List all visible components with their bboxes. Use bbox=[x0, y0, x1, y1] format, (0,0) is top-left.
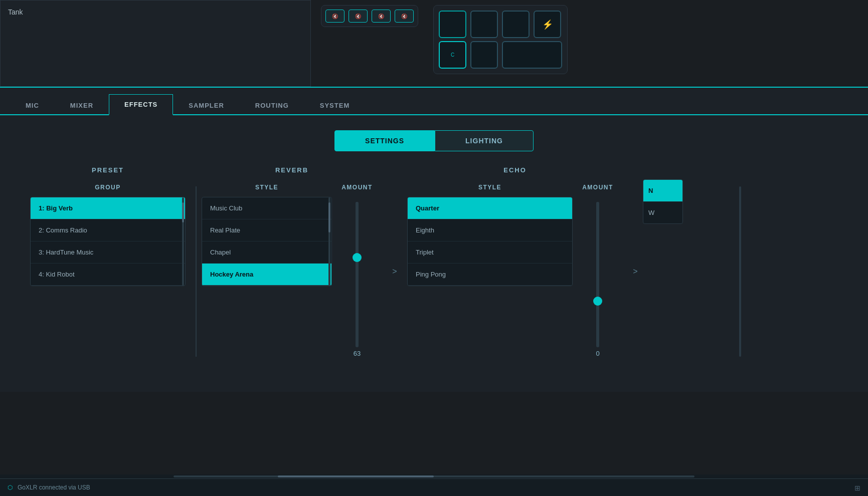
partial-right-panel: STYLE N W bbox=[643, 166, 683, 377]
device-name: Tank bbox=[8, 8, 23, 16]
reverb-style-music-club[interactable]: Music Club bbox=[202, 197, 331, 219]
echo-amount-column: AMOUNT 0 bbox=[573, 184, 623, 377]
echo-style-column: STYLE Quarter Eighth Triplet Ping Pong bbox=[407, 184, 573, 377]
scrollbar-thumb bbox=[278, 475, 434, 477]
echo-slider[interactable] bbox=[596, 202, 599, 347]
preset-item-3[interactable]: 3: HardTune Music bbox=[31, 241, 185, 264]
preset-scrollbar-thumb bbox=[182, 202, 184, 222]
echo-amount-value: 0 bbox=[596, 350, 599, 357]
reverb-slider-thumb[interactable] bbox=[353, 253, 362, 262]
settings-toggle-button[interactable]: SETTINGS bbox=[334, 130, 435, 151]
grid-icon: ⊞ bbox=[854, 484, 860, 492]
reverb-inner: STYLE Music Club Real Plate Chapel Hocke… bbox=[202, 184, 382, 377]
tab-mic[interactable]: MIC bbox=[10, 95, 55, 115]
echo-style-eighth[interactable]: Eighth bbox=[408, 219, 572, 241]
preset-scrollbar[interactable] bbox=[182, 197, 184, 286]
right-scroll-panel bbox=[683, 166, 743, 377]
preset-list: 1: Big Verb 2: Comms Radio 3: HardTune M… bbox=[30, 197, 186, 286]
preset-panel: PRESET GROUP 1: Big Verb 2: Comms Radio … bbox=[20, 166, 196, 377]
echo-style-ping-pong[interactable]: Ping Pong bbox=[408, 264, 572, 286]
partial-item-w[interactable]: W bbox=[643, 202, 682, 223]
tab-sampler[interactable]: SAMPLER bbox=[173, 95, 240, 115]
reverb-style-scrollbar-thumb bbox=[328, 202, 330, 232]
key-3[interactable] bbox=[502, 11, 530, 38]
reverb-echo-arrow[interactable]: > bbox=[387, 264, 402, 279]
key-5[interactable] bbox=[470, 41, 498, 69]
scrollbar-track bbox=[173, 475, 695, 477]
top-left-panel: Tank bbox=[0, 0, 311, 87]
lighting-toggle-button[interactable]: LIGHTING bbox=[435, 130, 534, 151]
settings-lighting-toggle: SETTINGS LIGHTING bbox=[20, 130, 848, 151]
echo-slider-track bbox=[596, 202, 599, 347]
echo-amount-title: AMOUNT bbox=[582, 184, 613, 191]
mute-button-4[interactable] bbox=[395, 10, 414, 23]
key-1[interactable] bbox=[439, 11, 466, 38]
key-2[interactable] bbox=[470, 11, 498, 38]
reverb-style-hockey-arena[interactable]: Hockey Arena bbox=[202, 264, 331, 286]
echo-title: ECHO bbox=[407, 166, 623, 174]
status-text: GoXLR connected via USB bbox=[18, 484, 90, 491]
reverb-slider-track bbox=[356, 202, 359, 347]
bottom-scrollbar[interactable] bbox=[0, 474, 868, 478]
mute-button-3[interactable] bbox=[372, 10, 391, 23]
mute-icon-4 bbox=[401, 13, 407, 19]
reverb-style-title: STYLE bbox=[202, 184, 332, 191]
mute-button-1[interactable] bbox=[325, 10, 344, 23]
preset-item-2[interactable]: 2: Comms Radio bbox=[31, 219, 185, 241]
tab-effects[interactable]: EFFECTS bbox=[109, 94, 173, 115]
preset-title: PRESET bbox=[30, 166, 186, 174]
echo-style-title: STYLE bbox=[407, 184, 573, 191]
partial-style-list: N W bbox=[643, 179, 683, 224]
tab-system[interactable]: SYSTEM bbox=[304, 95, 365, 115]
status-bar: ⬡ GoXLR connected via USB ⊞ bbox=[0, 478, 868, 496]
panels-row: PRESET GROUP 1: Big Verb 2: Comms Radio … bbox=[20, 166, 848, 377]
echo-slider-thumb[interactable] bbox=[593, 297, 602, 306]
group-title: GROUP bbox=[30, 184, 186, 191]
reverb-style-column: STYLE Music Club Real Plate Chapel Hocke… bbox=[202, 184, 332, 377]
echo-style-triplet[interactable]: Triplet bbox=[408, 241, 572, 264]
mute-icon-3 bbox=[378, 13, 384, 19]
keyboard-panel: ⚡ C bbox=[433, 5, 568, 74]
mute-icon-2 bbox=[355, 13, 361, 19]
echo-style-list: Quarter Eighth Triplet Ping Pong bbox=[407, 197, 573, 286]
reverb-style-scrollbar[interactable] bbox=[328, 197, 330, 286]
echo-slider-container bbox=[596, 197, 599, 347]
reverb-amount-title: AMOUNT bbox=[341, 184, 373, 191]
echo-panel: ECHO STYLE Quarter Eighth Triplet Ping P… bbox=[402, 166, 628, 377]
preset-item-4[interactable]: 4: Kid Robot bbox=[31, 264, 185, 286]
key-6[interactable] bbox=[502, 41, 562, 69]
reverb-slider-container bbox=[356, 197, 359, 347]
main-content: SETTINGS LIGHTING PRESET GROUP 1: Big Ve… bbox=[0, 115, 868, 392]
top-right-panel: ⚡ C bbox=[311, 0, 868, 87]
echo-right-arrow[interactable]: > bbox=[628, 264, 643, 279]
key-c[interactable]: C bbox=[439, 41, 466, 69]
partial-item-n[interactable]: N bbox=[643, 180, 682, 202]
reverb-slider[interactable] bbox=[356, 202, 359, 347]
key-4[interactable]: ⚡ bbox=[534, 11, 561, 38]
reverb-panel: REVERB STYLE Music Club Real Plate Chape… bbox=[197, 166, 387, 377]
reverb-style-real-plate[interactable]: Real Plate bbox=[202, 219, 331, 241]
preset-item-1[interactable]: 1: Big Verb bbox=[31, 197, 185, 219]
reverb-title: REVERB bbox=[202, 166, 382, 174]
tab-mixer[interactable]: MIXER bbox=[55, 95, 109, 115]
reverb-style-list: Music Club Real Plate Chapel Hockey Aren… bbox=[202, 197, 332, 286]
reverb-amount-value: 63 bbox=[354, 350, 361, 357]
usb-icon: ⬡ bbox=[8, 484, 13, 491]
mute-buttons-panel bbox=[321, 5, 418, 27]
reverb-style-chapel[interactable]: Chapel bbox=[202, 241, 331, 264]
right-scrollbar[interactable] bbox=[739, 186, 741, 357]
reverb-amount-column: AMOUNT 63 bbox=[332, 184, 382, 377]
navigation-tabs: MIC MIXER EFFECTS SAMPLER ROUTING SYSTEM bbox=[0, 88, 868, 115]
tab-routing[interactable]: ROUTING bbox=[240, 95, 304, 115]
echo-inner: STYLE Quarter Eighth Triplet Ping Pong A… bbox=[407, 184, 623, 377]
mute-button-2[interactable] bbox=[349, 10, 368, 23]
echo-style-quarter[interactable]: Quarter bbox=[408, 197, 572, 219]
mute-icon-1 bbox=[332, 13, 338, 19]
